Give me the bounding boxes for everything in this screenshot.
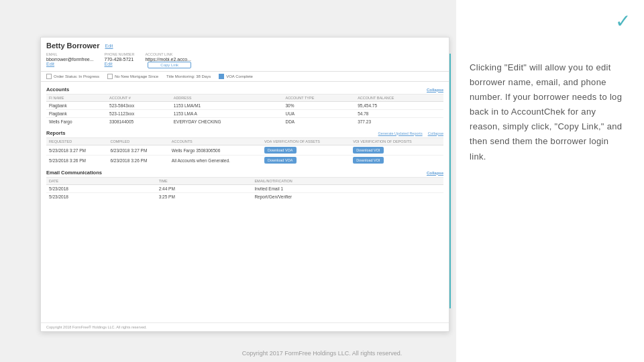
reports-table: REQUESTED COMPILED ACCOUNTS VOA VERIFICA…	[46, 138, 443, 165]
main-footer: Copyright 2017 FormFree Holdings LLC. Al…	[0, 350, 644, 357]
col-address: ADDRESS	[171, 95, 283, 102]
screenshot-container: Betty Borrower Edit EMAIL bborrower@form…	[40, 37, 449, 332]
email-collapse[interactable]: Collapse	[427, 171, 443, 175]
accounts-collapse[interactable]: Collapse	[427, 88, 443, 92]
phone-value: 770-428-5721	[105, 57, 135, 62]
table-row: Flagbank523-1123xxx1153 LMA AUUA54.78	[46, 110, 443, 118]
checkbox-icon-1	[46, 74, 52, 79]
accounts-table: FI NAME ACCOUNT # ADDRESS ACCOUNT TYPE A…	[46, 95, 443, 125]
table-row: 5/23/2018 3:26 PM6/23/2018 3:26 PMAll Ac…	[46, 156, 443, 166]
table-row: Wells Fargo3308144005EVERYDAY CHECKINGDD…	[46, 118, 443, 126]
account-link-label: ACCOUNT LINK	[145, 52, 191, 56]
checkbox-icon-4	[219, 74, 224, 79]
download-voa-button[interactable]: Download VOA	[264, 157, 297, 164]
email-section-header: Email Communications Collapse	[46, 168, 443, 178]
footer-copyright: Copyright 2017 FormFree Holdings LLC. Al…	[242, 350, 402, 357]
table-row: 5/23/2018 3:27 PM6/23/2018 3:27 PMWells …	[46, 145, 443, 156]
checkbox-icon-2	[107, 74, 113, 79]
accounts-section: Accounts Collapse FI NAME ACCOUNT # ADDR…	[46, 84, 443, 125]
status-bar: Order Status: In Progress No New Mortgag…	[41, 72, 449, 82]
inner-header: Betty Borrower Edit EMAIL bborrower@form…	[41, 38, 449, 72]
account-link-field-item: ACCOUNT LINK https://mobi.e2.acco... Cop…	[145, 52, 191, 68]
email-table: DATE TIME EMAIL/NOTIFICATION 5/23/20182:…	[46, 178, 443, 200]
inner-footer: Copyright 2018 FormFree® Holdings LLC. A…	[41, 322, 449, 331]
phone-label: PHONE NUMBER	[105, 52, 135, 56]
reports-col-requested: REQUESTED	[46, 138, 107, 145]
borrower-name-row: Betty Borrower Edit	[46, 42, 443, 50]
inner-footer-text: Copyright 2018 FormFree® Holdings LLC. A…	[46, 325, 147, 329]
download-voi-button[interactable]: Download VOI	[353, 157, 383, 164]
reports-collapse[interactable]: Collapse	[428, 131, 443, 135]
status-text-4: VOA Complete	[226, 74, 253, 78]
borrower-name: Betty Borrower	[46, 42, 99, 50]
reports-col-voa: VOA VERIFICATION OF ASSETS	[262, 138, 350, 145]
col-account-type: ACCOUNT TYPE	[282, 95, 355, 102]
status-item-2: No New Mortgage Since	[107, 74, 158, 79]
checkmark-icon: ✓	[615, 10, 631, 32]
download-voa-button[interactable]: Download VOA	[264, 147, 297, 154]
email-section: Email Communications Collapse DATE TIME …	[46, 168, 443, 200]
reports-col-compiled: COMPILED	[107, 138, 168, 145]
phone-edit-link[interactable]: Edit	[105, 62, 135, 66]
col-balance: ACCOUNT BALANCE	[355, 95, 443, 102]
email-field-item: EMAIL bborrower@formfree... Edit	[46, 52, 94, 68]
generate-reports-btn[interactable]: Generate Updated Reports	[378, 131, 423, 135]
status-item-1: Order Status: In Progress	[46, 74, 99, 79]
copy-link-button[interactable]: Copy Link	[148, 62, 191, 68]
email-col-email: EMAIL/NOTIFICATION	[252, 178, 443, 185]
reports-col-accounts: ACCOUNTS	[169, 138, 262, 145]
email-edit-link[interactable]: Edit	[46, 62, 94, 66]
status-text-1: Order Status: In Progress	[54, 74, 99, 78]
table-row: Flagbank523-5843xxx1153 LMA/M130%95,454.…	[46, 102, 443, 110]
reports-section: Reports Generate Updated Reports Collaps…	[46, 128, 443, 165]
table-row: 5/23/20183:25 PMReport/Gen/Verifier	[46, 193, 443, 201]
email-title: Email Communications	[46, 170, 102, 176]
col-fi-name: FI NAME	[46, 95, 107, 102]
email-label: EMAIL	[46, 52, 94, 56]
right-panel: ✓ Clicking "Edit" will allow you to edit…	[456, 0, 644, 362]
table-row: 5/23/20182:44 PMInvited Email 1	[46, 185, 443, 193]
download-voi-button[interactable]: Download VOI	[353, 147, 383, 154]
accounts-section-header: Accounts Collapse	[46, 84, 443, 95]
email-col-time: TIME	[156, 178, 252, 185]
status-item-4: VOA Complete	[219, 74, 253, 79]
email-value: bborrower@formfree...	[46, 57, 94, 62]
account-link-value: https://mobi.e2.acco...	[145, 57, 191, 62]
vertical-separator	[449, 54, 451, 308]
reports-header: Reports Generate Updated Reports Collaps…	[46, 128, 443, 138]
reports-title: Reports	[46, 130, 65, 136]
reports-col-voi: VOI VERIFICATION OF DEPOSITS	[350, 138, 443, 145]
description-text: Clicking "Edit" will allow you to edit b…	[470, 60, 627, 164]
left-panel: Betty Borrower Edit EMAIL bborrower@form…	[0, 0, 456, 362]
borrower-fields: EMAIL bborrower@formfree... Edit PHONE N…	[46, 52, 443, 68]
email-col-date: DATE	[46, 178, 156, 185]
accounts-title: Accounts	[46, 86, 69, 93]
status-text-2: No New Mortgage Since	[115, 74, 158, 78]
phone-field-item: PHONE NUMBER 770-428-5721 Edit	[105, 52, 135, 68]
status-item-3: Title Monitoring: 38 Days	[166, 74, 211, 78]
borrower-edit-link[interactable]: Edit	[105, 44, 113, 48]
col-account-num: ACCOUNT #	[107, 95, 171, 102]
status-text-3: Title Monitoring: 38 Days	[166, 74, 211, 78]
